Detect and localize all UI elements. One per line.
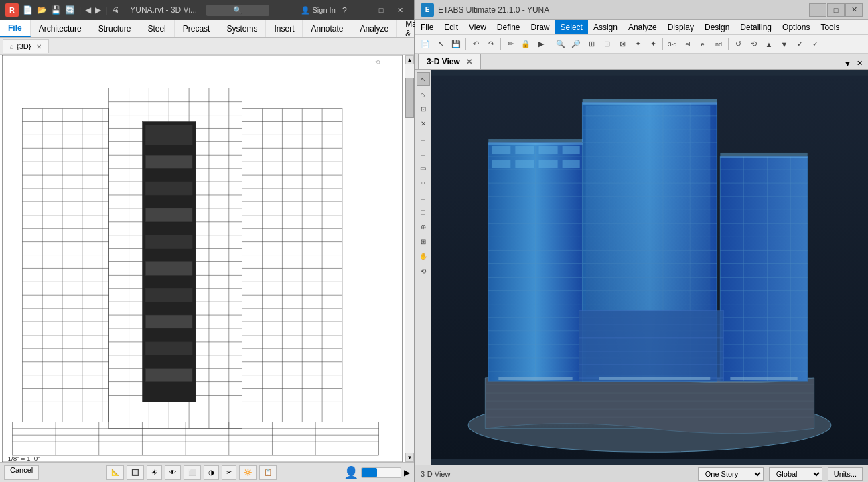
revit-tab-steel[interactable]: Steel (139, 20, 174, 37)
revit-tab-structure[interactable]: Structure (90, 20, 140, 37)
revit-tab-annotate[interactable]: Annotate (303, 20, 352, 37)
etabs-tool-zoom-in[interactable]: 🔍 (553, 37, 568, 52)
nav-arrows-right[interactable]: ▶ (404, 468, 410, 477)
revit-search-box[interactable]: 🔍 (206, 5, 269, 16)
etabs-tool-nd[interactable]: nd (711, 37, 726, 52)
etabs-menu-tools[interactable]: Tools (815, 20, 845, 34)
etabs-poly-select-tool[interactable]: ▭ (417, 161, 430, 174)
etabs-tool-check2[interactable]: ✓ (808, 37, 822, 52)
etabs-tool-el2[interactable]: el (696, 37, 711, 52)
etabs-add-tool[interactable]: ⊕ (417, 220, 430, 233)
etabs-tool-pen[interactable]: ✏ (503, 37, 518, 52)
view-templates-btn[interactable]: 📋 (259, 465, 277, 480)
etabs-minimize-btn[interactable]: — (809, 3, 826, 17)
etabs-menu-analyze[interactable]: Analyze (623, 20, 662, 34)
etabs-menu-detailing[interactable]: Detailing (735, 20, 777, 34)
revit-close-btn[interactable]: ✕ (391, 3, 409, 17)
help-btn[interactable]: ? (342, 5, 347, 15)
etabs-tab-expand-btn[interactable]: ▼ (841, 58, 854, 69)
etabs-rect-deselect-tool[interactable]: □ (417, 146, 430, 160)
etabs-tool-new[interactable]: 📄 (418, 37, 433, 52)
revit-tab-analyze[interactable]: Analyze (352, 20, 398, 37)
etabs-point-select-tool[interactable]: □ (417, 190, 430, 204)
etabs-tool-move-up[interactable]: ▲ (762, 37, 776, 52)
etabs-story-select[interactable]: One Story (698, 467, 764, 481)
revit-maximize-btn[interactable]: □ (372, 3, 390, 17)
etabs-intersect-tool[interactable]: ⊡ (417, 102, 430, 115)
view-scale-btn[interactable]: 📐 (106, 465, 124, 480)
etabs-tool-zoom-fit[interactable]: ⊡ (599, 37, 614, 52)
temp-hide-btn[interactable]: 🔆 (239, 465, 257, 480)
etabs-pan-tool[interactable]: ✋ (417, 249, 430, 263)
etabs-tool-run[interactable]: ▶ (534, 37, 549, 52)
etabs-close-btn[interactable]: ✕ (845, 3, 863, 17)
qat-sync-icon[interactable]: 🔄 (65, 5, 75, 15)
etabs-circle-tool[interactable]: ○ (417, 176, 430, 189)
model-display-btn[interactable]: ⬜ (184, 465, 201, 480)
qat-new-icon[interactable]: 📄 (23, 5, 33, 15)
qat-back-icon[interactable]: ◀ (85, 5, 91, 15)
etabs-grid-tool[interactable]: ⊞ (417, 235, 430, 248)
etabs-menu-options[interactable]: Options (777, 20, 815, 34)
etabs-rect-select-tool[interactable]: □ (417, 131, 430, 145)
etabs-menu-assign[interactable]: Assign (588, 20, 623, 34)
scroll-up-btn[interactable]: ▲ (405, 55, 414, 64)
qat-forward-icon[interactable]: ▶ (95, 5, 101, 15)
etabs-menu-design[interactable]: Design (699, 20, 735, 34)
revit-tab-file[interactable]: File (0, 20, 31, 37)
etabs-tool-save[interactable]: 💾 (449, 37, 463, 52)
cancel-button[interactable]: Cancel (4, 465, 39, 480)
etabs-menu-select[interactable]: Select (555, 20, 588, 34)
scroll-thumb[interactable] (405, 78, 414, 118)
qat-save-icon[interactable]: 💾 (51, 5, 61, 15)
etabs-menu-display[interactable]: Display (662, 20, 699, 34)
crop-btn[interactable]: ✂ (222, 465, 236, 480)
etabs-tool-el1[interactable]: el (680, 37, 695, 52)
revit-tab-architecture[interactable]: Architecture (31, 20, 90, 37)
etabs-view-tab-close[interactable]: ✕ (466, 58, 472, 66)
visibility-btn[interactable]: 👁 (165, 465, 181, 480)
revit-3d-view-tab[interactable]: ⌂ {3D} ✕ (3, 39, 49, 53)
scroll-down-btn[interactable]: ▼ (405, 453, 414, 462)
etabs-menu-view[interactable]: View (463, 20, 492, 34)
etabs-deselect-tool[interactable]: ✕ (417, 117, 430, 130)
etabs-tool-node[interactable]: ✦ (646, 37, 660, 52)
etabs-tool-snap[interactable]: ✦ (630, 37, 645, 52)
etabs-select-tool[interactable]: ↖ (417, 72, 430, 86)
etabs-menu-edit[interactable]: Edit (439, 20, 463, 34)
revit-view-tab-close[interactable]: ✕ (36, 43, 42, 50)
etabs-rubber-band-tool[interactable]: ⤡ (417, 87, 430, 101)
sun-btn[interactable]: ☀ (147, 465, 162, 480)
etabs-tool-check[interactable]: ✓ (792, 37, 807, 52)
etabs-tool-undo[interactable]: ↶ (468, 37, 483, 52)
etabs-global-select[interactable]: Global (769, 467, 822, 481)
etabs-tool-zoom-full[interactable]: ⊠ (615, 37, 630, 52)
etabs-tool-fit-view[interactable]: ⟲ (746, 37, 761, 52)
revit-minimize-btn[interactable]: — (354, 3, 371, 17)
etabs-tool-pointer[interactable]: ↖ (433, 37, 448, 52)
etabs-tool-zoom-rect[interactable]: ⊞ (584, 37, 599, 52)
etabs-tool-lock[interactable]: 🔒 (518, 37, 533, 52)
view-detail-btn[interactable]: 🔲 (127, 465, 144, 480)
etabs-tool-3d[interactable]: 3-d (665, 37, 680, 52)
etabs-menu-draw[interactable]: Draw (526, 20, 555, 34)
qat-open-icon[interactable]: 📂 (37, 5, 47, 15)
etabs-maximize-btn[interactable]: □ (827, 3, 845, 17)
etabs-menu-file[interactable]: File (415, 20, 439, 34)
etabs-tool-zoom-out[interactable]: 🔎 (569, 37, 583, 52)
qat-print-icon[interactable]: 🖨 (111, 5, 119, 15)
etabs-line-select-tool[interactable]: □ (417, 205, 430, 219)
etabs-tool-redo[interactable]: ↷ (484, 37, 498, 52)
etabs-units-btn[interactable]: Units... (828, 467, 863, 481)
etabs-tab-max-btn[interactable]: ✕ (854, 58, 865, 69)
etabs-menu-define[interactable]: Define (492, 20, 526, 34)
sign-in-btn[interactable]: 👤 Sign In (301, 6, 335, 15)
etabs-tool-rotate[interactable]: ↺ (731, 37, 745, 52)
revit-tab-insert[interactable]: Insert (266, 20, 303, 37)
etabs-3d-view-tab[interactable]: 3-D View ✕ (418, 54, 481, 69)
etabs-tool-move-down[interactable]: ▼ (777, 37, 792, 52)
shadows-btn[interactable]: ◑ (204, 465, 219, 480)
etabs-orbit-tool[interactable]: ⟲ (417, 264, 430, 278)
revit-tab-precast[interactable]: Precast (175, 20, 219, 37)
revit-tab-systems[interactable]: Systems (218, 20, 266, 37)
